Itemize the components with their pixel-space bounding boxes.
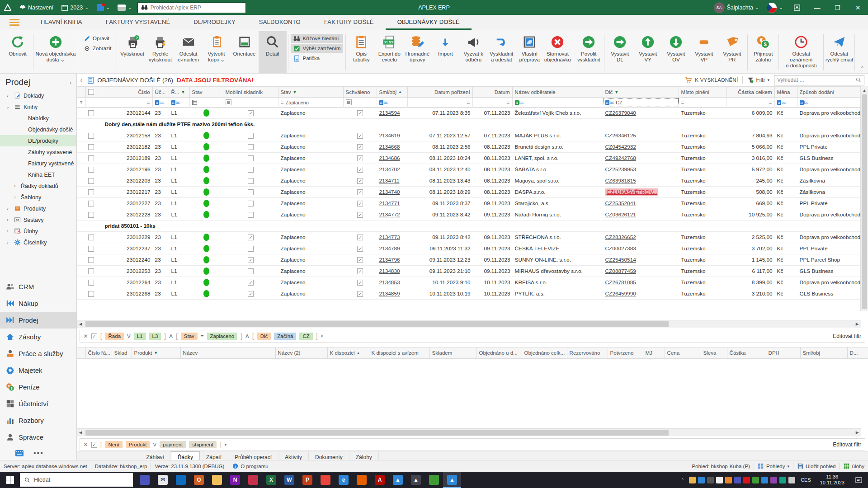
- mobile-picker-checkbox[interactable]: [248, 144, 254, 150]
- approved-checkbox[interactable]: ✓: [357, 189, 363, 195]
- tray-icon-7[interactable]: [743, 477, 750, 483]
- module-item-n-kup[interactable]: Nákup: [0, 295, 76, 312]
- tasks-button[interactable]: úlohy: [844, 463, 865, 469]
- to-dispatch-button[interactable]: K VYSKLADNĚNÍ: [685, 77, 738, 83]
- vat-id-link[interactable]: CZ25239953: [605, 166, 636, 173]
- settings-menu[interactable]: Nastavení: [15, 0, 57, 15]
- p-ijmout-button[interactable]: €$Přijmout zálohu: [749, 31, 777, 73]
- column-header-Datum pořízení[interactable]: Datum pořízení: [408, 86, 473, 98]
- vat-id-link[interactable]: CZ08877459: [605, 268, 636, 274]
- filter-token-stav[interactable]: Stav: [181, 333, 198, 340]
- module-item-crm[interactable]: CRM: [0, 278, 76, 295]
- filter-cell[interactable]: =: [408, 98, 473, 108]
- approved-checkbox[interactable]: ✓: [357, 291, 363, 297]
- tray-icon-9[interactable]: [761, 477, 768, 483]
- orientace-button[interactable]: Orientace: [231, 31, 259, 73]
- media-app-icon[interactable]: [244, 472, 262, 488]
- column-header-Způsob dodání[interactable]: Způsob dodání: [797, 86, 868, 98]
- row-checkbox[interactable]: [88, 201, 94, 206]
- filter-cell[interactable]: [190, 98, 223, 108]
- mail-app-icon[interactable]: ✉: [154, 472, 172, 488]
- column-header-Číslo[interactable]: Číslo: [102, 86, 153, 98]
- ribbon-collapse-icon[interactable]: ⌃: [860, 66, 864, 71]
- menu-tab-hlavn-kniha[interactable]: HLAVNÍ KNIHA: [29, 15, 94, 30]
- acrobat-app-icon[interactable]: A: [371, 472, 389, 488]
- vyzvat-k-button[interactable]: Vyzvat k odběru: [459, 31, 487, 73]
- vystavit-button[interactable]: Vystavit VY: [634, 31, 662, 73]
- opravit-button[interactable]: Opravit: [80, 34, 114, 43]
- dic-filter-value[interactable]: CZ: [616, 100, 623, 105]
- approved-checkbox[interactable]: ✓: [357, 110, 363, 116]
- zobrazit-button[interactable]: Zobrazit: [80, 44, 114, 53]
- filter-cell[interactable]: abc: [775, 98, 797, 108]
- vytisknout-button[interactable]: ?Vytisknout: [118, 31, 146, 73]
- v-b-r-zatr-en-m-button[interactable]: Výběr zatržením: [291, 44, 344, 53]
- approved-checkbox[interactable]: ✓: [357, 257, 363, 263]
- table-row[interactable]: 2301218923L1Zaplaceno✓213468608.11.2023 …: [77, 153, 868, 164]
- more-options-icon[interactable]: •••: [33, 449, 44, 457]
- menu-tab-saldokonto[interactable]: SALDOKONTO: [247, 15, 312, 30]
- mobile-picker-checkbox[interactable]: [248, 155, 254, 161]
- vystavit-button[interactable]: Vystavit DL: [606, 31, 634, 73]
- column-header-Částka[interactable]: Částka: [727, 347, 766, 359]
- sidebar-item-faktury-vystaven-[interactable]: Faktury vystavené: [0, 158, 76, 169]
- horizontal-scroll-thumb-2[interactable]: [85, 430, 669, 436]
- column-header-Mobilní skladník[interactable]: Mobilní skladník: [223, 86, 278, 98]
- table-row[interactable]: 2301214423L1✓Zaplaceno✓213459407.11.2023…: [77, 108, 868, 119]
- explorer-app-icon[interactable]: [208, 472, 226, 488]
- sidebar-item--lohy[interactable]: ›Úlohy: [0, 225, 76, 237]
- row-checkbox[interactable]: [88, 246, 94, 252]
- vertical-scrollbar[interactable]: ▲: [860, 86, 868, 311]
- menu-tab-dl-prodejky[interactable]: DL/PRODEJKY: [182, 15, 247, 30]
- hromadn--button[interactable]: Hromadné úpravy: [403, 31, 431, 73]
- sidebar-item-dl-prodejky[interactable]: DL/prodejky: [0, 135, 76, 146]
- clear-filter-icon[interactable]: ✕: [84, 333, 88, 339]
- mobile-picker-checkbox[interactable]: [248, 167, 254, 173]
- filter-cell[interactable]: =: [473, 98, 513, 108]
- sidebar-item--dky-doklad-[interactable]: ›Řádky dokladů: [0, 180, 76, 192]
- mobile-picker-checkbox[interactable]: ✓: [248, 110, 254, 116]
- module-item-pen-ze[interactable]: €$Peníze: [0, 379, 76, 395]
- vytvo-it-button[interactable]: Vytvořit kopii ⌄: [203, 31, 231, 73]
- povolit-button[interactable]: Povolit vyskladnit: [575, 31, 603, 73]
- horizontal-scrollbar[interactable]: ◀ ▶: [77, 320, 861, 328]
- expander-icon[interactable]: ›: [12, 195, 18, 200]
- column-header-Název[interactable]: Název: [181, 347, 276, 359]
- filter-enabled-checkbox[interactable]: ✓: [91, 442, 97, 448]
- table-row[interactable]: 2301222823L1Zaplaceno✓213477209.11.2023 …: [77, 209, 868, 221]
- filter-token-payment[interactable]: payment: [160, 441, 186, 448]
- module-item--etnictv-[interactable]: Účetnictví: [0, 395, 76, 412]
- obnovit-button[interactable]: Obnovit: [4, 31, 32, 73]
- vat-id-link[interactable]: CZ49242768: [605, 155, 636, 161]
- mobile-picker-checkbox[interactable]: ✓: [248, 257, 254, 263]
- tray-icon-6[interactable]: [734, 477, 741, 483]
- vat-id-link[interactable]: CZ26379040: [605, 110, 636, 116]
- expander-icon[interactable]: ›: [5, 206, 11, 211]
- row-checkbox[interactable]: [88, 178, 94, 184]
- firefox-app-icon[interactable]: [353, 472, 371, 488]
- column-header-Rezervováno[interactable]: Rezervováno: [567, 347, 608, 359]
- aplex-dark-app-icon[interactable]: ▲: [407, 472, 425, 488]
- approved-checkbox[interactable]: ✓: [357, 167, 363, 173]
- column-header-Sklad[interactable]: Sklad: [112, 347, 132, 359]
- filter-token--ada[interactable]: Řada: [105, 333, 124, 340]
- tray-icon-5[interactable]: [725, 477, 732, 483]
- mobile-picker-checkbox[interactable]: [248, 178, 254, 184]
- tray-icon-4[interactable]: [716, 477, 723, 483]
- module-item-z-soby[interactable]: Zásoby: [0, 328, 76, 345]
- column-header-D...[interactable]: D...: [848, 347, 868, 359]
- expander-icon[interactable]: ›: [12, 183, 18, 188]
- edit-filter-button[interactable]: Editovat filtr: [833, 333, 861, 339]
- start-button[interactable]: [0, 472, 20, 488]
- menu-tab-faktury-vystaven-[interactable]: FAKTURY VYSTAVENÉ: [94, 15, 182, 30]
- vat-id-link[interactable]: CZ28326652: [605, 234, 636, 240]
- sidebar-item--ablony[interactable]: ›Šablony: [0, 192, 76, 203]
- contract-link[interactable]: 2134772: [379, 211, 400, 218]
- chevron-down-icon[interactable]: ▾: [321, 334, 323, 338]
- mobile-picker-checkbox[interactable]: ✓: [248, 291, 254, 297]
- vertical-scroll-thumb[interactable]: [862, 94, 867, 309]
- vat-id-link[interactable]: CZ26459990: [605, 291, 636, 297]
- language-indicator[interactable]: CES: [798, 477, 814, 483]
- column-header-Potvrzeno[interactable]: Potvrzeno: [608, 347, 643, 359]
- tray-icon-11[interactable]: [779, 477, 786, 483]
